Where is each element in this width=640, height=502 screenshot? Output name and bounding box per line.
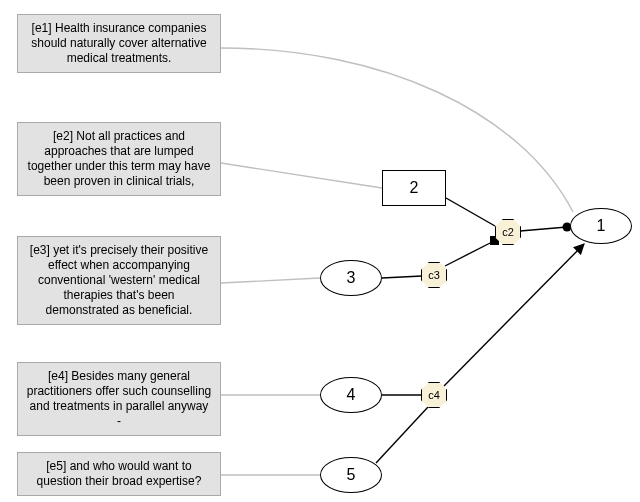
edge-c3-c2: [445, 241, 494, 266]
statement-e1: [e1] Health insurance companies should n…: [17, 14, 221, 73]
edge-5-c4: [376, 407, 428, 463]
node-5: 5: [320, 457, 382, 493]
statement-e3: [e3] yet it's precisely their positive e…: [17, 236, 221, 325]
connector-c4: c4: [421, 382, 447, 408]
connector-c3: c3: [421, 262, 447, 288]
node-2: 2: [382, 170, 446, 206]
statement-e2: [e2] Not all practices and approaches th…: [17, 122, 221, 196]
edge-c4-1: [444, 244, 584, 386]
statement-e5: [e5] and who would want to question thei…: [17, 452, 221, 496]
statement-e4: [e4] Besides many general practitioners …: [17, 362, 221, 436]
node-4: 4: [320, 377, 382, 413]
link-e2: [221, 163, 382, 188]
connector-c2: c2: [495, 219, 521, 245]
link-e3: [221, 278, 320, 283]
node-3: 3: [320, 260, 382, 296]
node-1: 1: [570, 208, 632, 244]
edge-3-c3: [382, 276, 422, 278]
edge-c2-1: [520, 227, 567, 231]
edge-2-c2: [446, 198, 495, 226]
